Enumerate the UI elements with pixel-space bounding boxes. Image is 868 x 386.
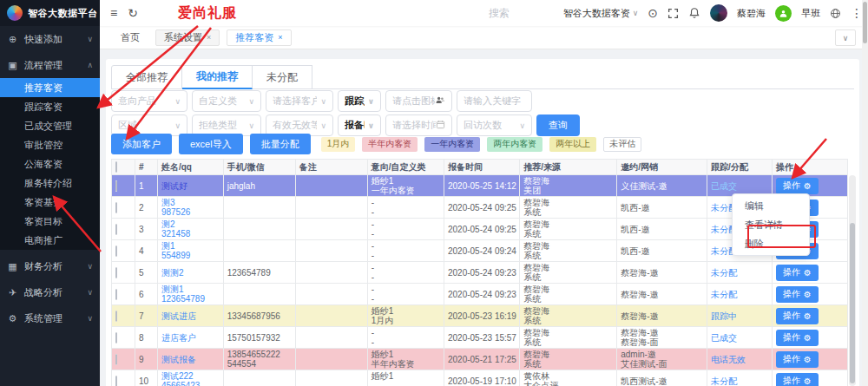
sidebar-item-推荐客资[interactable]: 推荐客资 xyxy=(0,78,100,97)
qq-link[interactable]: 45665423 xyxy=(161,381,220,386)
row-action-button[interactable]: 操作⚙ xyxy=(776,286,819,303)
table-scrollbar[interactable] xyxy=(849,175,856,386)
status-link[interactable]: 电话无效 xyxy=(711,355,746,364)
table-scrollbar-thumb[interactable] xyxy=(850,223,855,383)
invite-line: 凯西-邀 xyxy=(621,225,703,234)
sidebar-item-公海客资[interactable]: 公海客资 xyxy=(0,154,100,173)
row-action-button[interactable]: 操作⚙ xyxy=(776,308,819,324)
row-checkbox[interactable] xyxy=(115,180,117,192)
name-link[interactable]: 测测1 xyxy=(161,285,220,294)
name-link[interactable]: 测试222 xyxy=(161,371,220,381)
page-scrollbar[interactable] xyxy=(862,0,868,386)
button-批量分配[interactable]: 批量分配 xyxy=(250,134,311,154)
row-checkbox[interactable] xyxy=(115,267,117,278)
hamburger-icon[interactable]: ≡ xyxy=(110,7,117,19)
button-excel导入[interactable]: excel导入 xyxy=(179,134,243,154)
status-link[interactable]: 已成交 xyxy=(711,181,737,191)
sidebar-item-客资目标[interactable]: 客资目标 xyxy=(0,212,100,231)
row-checkbox[interactable] xyxy=(115,354,117,365)
qq-link[interactable]: 321458 xyxy=(161,229,220,239)
subtab-我的推荐[interactable]: 我的推荐 xyxy=(182,65,253,89)
sidebar-item-客资基金[interactable]: 客资基金 xyxy=(0,193,100,212)
name-link[interactable]: 进店客户 xyxy=(161,333,220,343)
row-checkbox[interactable] xyxy=(115,224,117,235)
target-icon[interactable]: ⊙ xyxy=(648,7,658,19)
status-link[interactable]: 未分配 xyxy=(711,290,737,299)
source-line: 系统 xyxy=(523,229,613,239)
globe-icon[interactable] xyxy=(830,8,841,19)
note-cell xyxy=(295,240,367,262)
subtab-全部推荐[interactable]: 全部推荐 xyxy=(111,65,182,89)
button-添加客户[interactable]: 添加客户 xyxy=(111,134,172,154)
page-scrollbar-thumb[interactable] xyxy=(863,2,867,43)
row-checkbox[interactable] xyxy=(115,311,117,322)
name-link[interactable]: 测测2 xyxy=(161,268,220,278)
filter-select-跟踪人[interactable]: 跟踪人∨ xyxy=(338,90,381,112)
name-link[interactable]: 测试好 xyxy=(161,181,220,191)
status-link[interactable]: 跟踪中 xyxy=(711,311,737,321)
tab-首页[interactable]: 首页 xyxy=(112,29,148,46)
subtab-未分配[interactable]: 未分配 xyxy=(253,65,312,89)
sidebar-item-电商推广[interactable]: 电商推广 xyxy=(0,231,100,250)
filter-select-自定义类[interactable]: 自定义类∨ xyxy=(192,90,261,112)
select-all-checkbox[interactable] xyxy=(115,161,117,173)
filter-input-请输入关键字[interactable]: 请输入关键字 xyxy=(457,90,532,112)
user-name[interactable]: 蔡碧海 xyxy=(737,7,766,20)
filter-select-意向产品[interactable]: 意向产品∨ xyxy=(111,90,187,112)
row-action-button[interactable]: 操作⚙ xyxy=(776,351,819,368)
menu-item-删除[interactable]: 删除 xyxy=(733,234,809,253)
referrer-line: 蔡碧海 xyxy=(523,350,613,359)
table-header-row: #姓名/qq手机/微信备注意向/自定义类报备时间推荐/来源邀约/网销跟踪/分配操… xyxy=(112,160,848,175)
row-checkbox[interactable] xyxy=(115,376,117,386)
filter-select-请选择客户来源[interactable]: 请选择客户来源∨ xyxy=(266,90,333,112)
sidebar-group-快速添加[interactable]: ⊕快速添加∨ xyxy=(0,26,100,52)
filter-input-请点击图标选择员[interactable]: 请点击图标选择员 xyxy=(385,90,452,112)
tabbar-collapse-button[interactable]: ∨ xyxy=(835,29,856,46)
qq-link[interactable]: 123654789 xyxy=(161,294,220,304)
status-link[interactable]: 未分配 xyxy=(711,376,737,386)
global-search-input[interactable]: 搜索 xyxy=(489,0,510,26)
row-action-button[interactable]: 操作⚙ xyxy=(776,265,819,281)
close-icon[interactable]: × xyxy=(207,33,211,42)
row-checkbox[interactable] xyxy=(115,245,117,257)
menu-item-编辑[interactable]: 编辑 xyxy=(733,196,809,215)
sidebar-item-跟踪客资[interactable]: 跟踪客资 xyxy=(0,97,100,116)
report-time-cell: 2020-05-24 09:24 xyxy=(444,240,519,262)
tab-推荐客资[interactable]: 推荐客资× xyxy=(227,29,291,46)
phone-cell: 13854655222544554 xyxy=(223,349,295,370)
workspace-select[interactable]: 智谷大数据客资 ∨ xyxy=(563,7,639,20)
status-link[interactable]: 未分配 xyxy=(711,268,737,278)
sidebar-group-战略分析[interactable]: ✈战略分析∨ xyxy=(0,279,100,305)
user-avatar[interactable] xyxy=(710,4,727,22)
sidebar-item-服务转介绍[interactable]: 服务转介绍 xyxy=(0,173,100,193)
status-link[interactable]: 已成交 xyxy=(711,333,737,343)
menu-item-查看详情[interactable]: 查看详情 xyxy=(733,215,809,234)
name-link[interactable]: 测2 xyxy=(161,219,220,229)
bell-icon[interactable] xyxy=(688,7,700,19)
sidebar-group-系统管理[interactable]: ⚙系统管理∨ xyxy=(0,305,100,331)
row-action-button[interactable]: 操作⚙ xyxy=(776,373,819,386)
name-link[interactable]: 测试进店 xyxy=(161,311,220,321)
sidebar-item-审批管控[interactable]: 审批管控 xyxy=(0,135,100,154)
name-link[interactable]: 测试报备 xyxy=(161,355,220,364)
tab-系统设置[interactable]: 系统设置× xyxy=(155,29,220,46)
close-icon[interactable]: × xyxy=(278,33,282,42)
sidebar-group-流程管理[interactable]: ▣流程管理∧ xyxy=(0,52,100,78)
row-action-button[interactable]: 操作⚙ xyxy=(776,330,819,346)
sidebar-item-已成交管理[interactable]: 已成交管理 xyxy=(0,116,100,135)
sidebar-group-label: 财务分析 xyxy=(24,260,81,273)
shift-avatar-icon[interactable] xyxy=(775,5,792,22)
name-link[interactable]: 测1 xyxy=(161,241,220,251)
referrer-line: 蔡碧海 xyxy=(523,263,613,272)
qq-link[interactable]: 554899 xyxy=(161,251,220,260)
row-checkbox[interactable] xyxy=(115,202,117,213)
row-checkbox[interactable] xyxy=(115,332,117,343)
sidebar-group-财务分析[interactable]: ▦财务分析∨ xyxy=(0,253,100,279)
row-action-button[interactable]: 操作⚙ xyxy=(776,178,819,194)
qq-link[interactable]: 987526 xyxy=(161,207,220,217)
row-checkbox[interactable] xyxy=(115,289,117,300)
kebab-menu-icon[interactable]: ⋮ xyxy=(851,7,863,19)
refresh-icon[interactable]: ↻ xyxy=(128,7,138,19)
name-link[interactable]: 测3 xyxy=(161,198,220,207)
fullscreen-icon[interactable] xyxy=(667,8,679,19)
